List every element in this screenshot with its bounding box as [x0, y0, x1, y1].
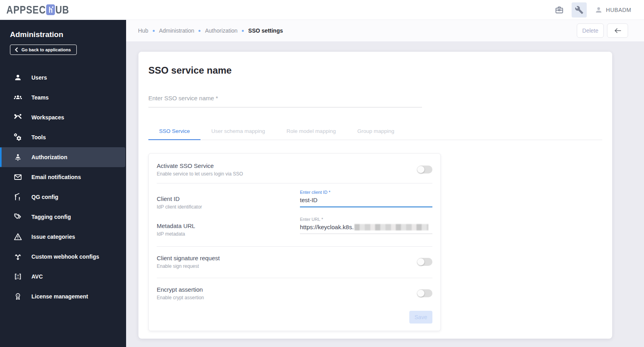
sidebar-item-qg-config[interactable]: QG config: [0, 187, 126, 207]
client-signature-subtitle: Enable sign request: [157, 263, 220, 269]
sidebar-item-issue-categories[interactable]: Issue categories: [0, 227, 126, 247]
encrypt-assertion-row: Encrypt assertion Enable crypt assertion: [157, 286, 432, 300]
chevron-left-icon: [14, 47, 18, 52]
go-back-to-applications-button[interactable]: Go back to applications: [10, 45, 77, 55]
breadcrumb-hub[interactable]: Hub: [138, 27, 148, 34]
breadcrumb-administration[interactable]: Administration: [159, 27, 195, 34]
tags-icon: [13, 212, 23, 222]
gate-icon: [13, 192, 23, 202]
page-actions: Delete: [577, 23, 628, 38]
sso-settings-card: SSO service name SSO Service User schema…: [138, 52, 612, 339]
client-id-title: Client ID: [157, 195, 300, 202]
client-id-subtitle: IdP client identificator: [157, 204, 300, 210]
breadcrumb-current: SSO settings: [248, 27, 283, 34]
user-menu[interactable]: HUBADM: [595, 6, 631, 14]
client-signature-title: Client signature request: [157, 255, 220, 261]
svg-text:01: 01: [16, 277, 19, 279]
encrypt-assertion-subtitle: Enable crypt assertion: [157, 295, 204, 300]
binary-brackets-icon: 10 01: [13, 272, 23, 281]
encrypt-assertion-title: Encrypt assertion: [157, 286, 204, 293]
svg-text:10: 10: [16, 274, 19, 277]
client-signature-toggle[interactable]: [417, 258, 432, 266]
save-button[interactable]: Save: [409, 311, 432, 324]
split-arrows-icon: [13, 252, 23, 261]
breadcrumb-dot-icon: [242, 30, 244, 32]
breadcrumb-dot-icon: [198, 30, 200, 32]
sso-service-name-input[interactable]: [148, 95, 422, 107]
breadcrumb-bar: Hub Administration Authorization SSO set…: [126, 20, 644, 41]
tab-sso-service[interactable]: SSO Service: [148, 124, 200, 140]
sidebar-item-users[interactable]: Users: [0, 68, 126, 88]
metadata-url-input-label: Enter URL *: [300, 217, 432, 222]
sidebar-item-license-management[interactable]: License management: [0, 287, 126, 306]
activate-sso-title: Activate SSO Service: [157, 162, 243, 169]
divider: [157, 278, 432, 278]
metadata-url-subtitle: IdP metadata: [157, 231, 300, 237]
sidebar-nav: Users Teams Workspaces: [0, 68, 126, 306]
metadata-url-input[interactable]: https://keycloak.k8s.: [300, 224, 432, 234]
metadata-url-row: Metadata URL IdP metadata Enter URL * ht…: [157, 217, 432, 237]
user-avatar-icon: [595, 6, 603, 14]
sso-service-name-field: [148, 95, 422, 107]
sidebar-item-workspaces[interactable]: Workspaces: [0, 107, 126, 127]
logo-h-square: h: [46, 4, 55, 15]
logo-text-pre: APPSEC: [6, 4, 46, 16]
main-region: Hub Administration Authorization SSO set…: [126, 20, 644, 347]
sidebar-item-authorization[interactable]: Authorization: [0, 147, 125, 167]
medal-icon: [13, 292, 23, 301]
page-title: SSO service name: [148, 65, 602, 76]
client-signature-row: Client signature request Enable sign req…: [157, 255, 432, 269]
activate-sso-toggle[interactable]: [417, 166, 432, 174]
tab-role-model-mapping[interactable]: Role model mapping: [276, 124, 346, 140]
breadcrumb-dot-icon: [153, 30, 155, 32]
breadcrumb: Hub Administration Authorization SSO set…: [138, 27, 283, 34]
sidebar-item-teams[interactable]: Teams: [0, 88, 126, 107]
save-row: Save: [157, 311, 432, 324]
topbar-actions: HUBADM: [552, 2, 631, 18]
gears-icon: [13, 133, 23, 142]
client-id-row: Client ID IdP client identificator Enter…: [157, 190, 432, 210]
assignment-person-icon: [13, 152, 23, 162]
mail-icon: [13, 172, 23, 182]
sso-service-form: Activate SSO Service Enable service to l…: [148, 153, 441, 331]
tab-user-schema-mapping[interactable]: User schema mapping: [200, 124, 276, 140]
activate-sso-row: Activate SSO Service Enable service to l…: [157, 162, 432, 177]
username-label: HUBADM: [606, 7, 631, 13]
sidebar-item-custom-webhook-configs[interactable]: Custom webhook configs: [0, 247, 126, 267]
tab-group-mapping[interactable]: Group mapping: [346, 124, 405, 140]
client-id-input-label: Enter client ID *: [300, 190, 432, 195]
divider: [157, 246, 432, 247]
delete-button[interactable]: Delete: [577, 23, 604, 38]
briefcase-icon[interactable]: [552, 2, 567, 18]
arrow-left-icon: [614, 27, 622, 34]
warning-triangle-icon: [13, 232, 23, 242]
sidebar-item-email-notifications[interactable]: Email notifications: [0, 167, 126, 187]
breadcrumb-authorization[interactable]: Authorization: [205, 27, 237, 34]
metadata-url-title: Metadata URL: [157, 222, 300, 229]
topbar: APPSEC h UB HUBADM: [0, 0, 644, 20]
admin-tools-icon[interactable]: [572, 2, 587, 18]
person-icon: [13, 73, 23, 82]
construction-icon: [13, 113, 23, 122]
sidebar-item-tools[interactable]: Tools: [0, 127, 126, 147]
tabs: SSO Service User schema mapping Role mod…: [148, 124, 602, 140]
activate-sso-subtitle: Enable service to let users login via SS…: [157, 171, 243, 177]
sidebar-title: Administration: [10, 30, 126, 39]
appsechub-logo: APPSEC h UB: [6, 4, 69, 16]
logo-text-post: UB: [55, 4, 69, 16]
groups-icon: [13, 93, 23, 102]
sidebar-item-avc[interactable]: 10 01 AVC: [0, 267, 126, 287]
sidebar: Administration Go back to applications U…: [0, 20, 126, 347]
sidebar-item-tagging-config[interactable]: Tagging config: [0, 207, 126, 227]
back-button[interactable]: [607, 23, 628, 38]
redacted-url-segment: [354, 224, 428, 230]
client-id-input[interactable]: test-ID: [300, 197, 432, 207]
divider: [157, 183, 432, 183]
encrypt-assertion-toggle[interactable]: [417, 289, 432, 297]
